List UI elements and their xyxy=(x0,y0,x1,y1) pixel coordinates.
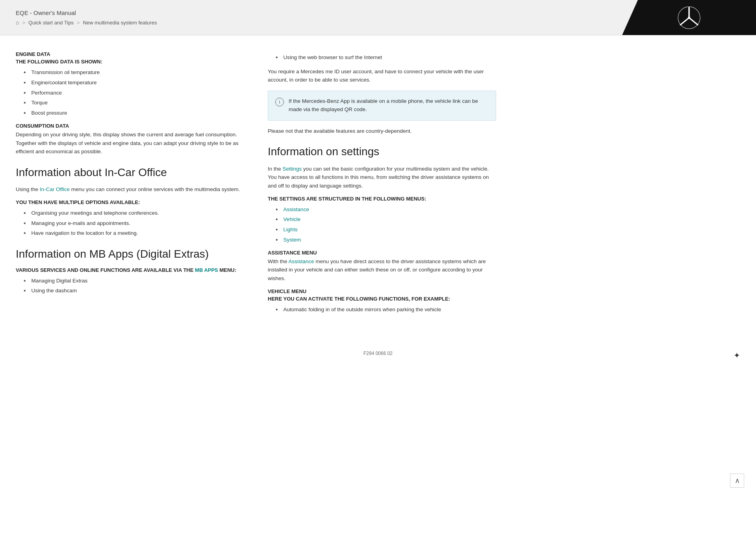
extra-bullet-list: Using the web browser to surf the Intern… xyxy=(268,54,496,62)
lights-link[interactable]: Lights xyxy=(284,226,298,234)
mb-apps-section: Information on MB Apps (Digital Extras) … xyxy=(16,247,244,295)
settings-menus-list: Assistance Vehicle Lights System xyxy=(268,206,496,244)
list-item: Automatic folding in of the outside mirr… xyxy=(268,306,496,314)
list-item: System xyxy=(268,236,496,244)
settings-section: Information on settings In the Settings … xyxy=(268,145,496,244)
country-note: Please not that the available features a… xyxy=(268,127,496,136)
breadcrumb-item-1[interactable]: Quick start and Tips xyxy=(28,20,74,26)
home-icon[interactable]: ⌂ xyxy=(16,19,19,26)
settings-menus-heading: THE SETTINGS ARE STRUCTURED IN THE FOLLO… xyxy=(268,196,496,202)
assistance-menu-para: With the Assistance menu you have direct… xyxy=(268,257,496,283)
scroll-up-icon: ∧ xyxy=(735,476,740,485)
assistance-menu-heading: ASSISTANCE MENU xyxy=(268,250,496,256)
settings-link[interactable]: Settings xyxy=(283,166,302,172)
list-item: Have navigation to the location for a me… xyxy=(16,229,244,238)
info-icon: i xyxy=(275,98,284,106)
vehicle-menu-list: Automatic folding in of the outside mirr… xyxy=(268,306,496,314)
list-item: Boost pressure xyxy=(16,109,244,117)
info-box-text: If the Mercedes-Benz App is available on… xyxy=(289,97,489,114)
consumption-data-para: Depending on your driving style, this di… xyxy=(16,130,244,156)
in-car-office-link[interactable]: In-Car Office xyxy=(40,186,70,192)
engine-data-section: ENGINE DATA THE FOLLOWING DATA IS SHOWN:… xyxy=(16,51,244,117)
manual-title: EQE - Owner's Manual xyxy=(16,9,606,16)
vehicle-menu-subheading: HERE YOU CAN ACTIVATE THE FOLLOWING FUNC… xyxy=(268,296,496,302)
consumption-data-section: CONSUMPTION DATA Depending on your drivi… xyxy=(16,123,244,156)
assistance-menu-link[interactable]: Assistance xyxy=(289,258,314,264)
header: EQE - Owner's Manual ⌂ > Quick start and… xyxy=(0,0,756,35)
breadcrumb-sep-1: > xyxy=(22,20,25,26)
mb-apps-list: Managing Digital Extras Using the dashca… xyxy=(16,277,244,295)
list-item: Using the dashcam xyxy=(16,287,244,295)
mercedes-me-para: You require a Mercedes me ID user accoun… xyxy=(268,67,496,84)
assistance-link[interactable]: Assistance xyxy=(284,206,309,214)
header-logo-area xyxy=(622,0,756,35)
list-item: Lights xyxy=(268,226,496,234)
engine-data-list: Transmission oil temperature Engine/cool… xyxy=(16,69,244,117)
options-heading: YOU THEN HAVE MULTIPLE OPTIONS AVAILABLE… xyxy=(16,199,244,205)
list-item: Organising your meetings and telephone c… xyxy=(16,209,244,217)
settings-title: Information on settings xyxy=(268,145,496,159)
system-link[interactable]: System xyxy=(284,236,301,244)
list-item: Using the web browser to surf the Intern… xyxy=(268,54,496,62)
list-item: Engine/coolant temperature xyxy=(16,79,244,87)
consumption-data-heading: CONSUMPTION DATA xyxy=(16,123,244,129)
list-item: Performance xyxy=(16,89,244,97)
list-item: Managing your e-mails and appointments. xyxy=(16,219,244,228)
butterfly-icon: ✦ xyxy=(734,351,740,360)
list-item: Managing Digital Extras xyxy=(16,277,244,285)
mercedes-star-logo xyxy=(677,6,701,30)
in-car-office-section: Information about In-Car Office Using th… xyxy=(16,165,244,238)
assistance-menu-section: ASSISTANCE MENU With the Assistance menu… xyxy=(268,250,496,283)
settings-para: In the Settings you can set the basic co… xyxy=(268,165,496,190)
vehicle-menu-section: VEHICLE MENU HERE YOU CAN ACTIVATE THE F… xyxy=(268,288,496,314)
services-heading: VARIOUS SERVICES AND ONLINE FUNCTIONS AR… xyxy=(16,267,244,273)
breadcrumb-item-2: New multimedia system features xyxy=(83,20,157,26)
svg-point-1 xyxy=(688,17,690,19)
right-column: Using the web browser to surf the Intern… xyxy=(268,51,496,319)
vehicle-link[interactable]: Vehicle xyxy=(284,215,301,223)
mb-apps-link[interactable]: MB APPS xyxy=(195,267,218,273)
list-item: Assistance xyxy=(268,206,496,214)
list-item: Torque xyxy=(16,99,244,107)
in-car-office-title: Information about In-Car Office xyxy=(16,165,244,180)
main-content: ENGINE DATA THE FOLLOWING DATA IS SHOWN:… xyxy=(0,35,756,343)
list-item: Transmission oil temperature xyxy=(16,69,244,77)
engine-data-subheading: THE FOLLOWING DATA IS SHOWN: xyxy=(16,59,244,65)
options-list: Organising your meetings and telephone c… xyxy=(16,209,244,238)
vehicle-menu-heading: VEHICLE MENU xyxy=(268,288,496,294)
in-car-office-para: Using the In-Car Office menu you can con… xyxy=(16,185,244,194)
breadcrumb: ⌂ > Quick start and Tips > New multimedi… xyxy=(16,19,606,26)
breadcrumb-sep-2: > xyxy=(77,20,80,26)
info-box: i If the Mercedes-Benz App is available … xyxy=(268,91,496,121)
left-column: ENGINE DATA THE FOLLOWING DATA IS SHOWN:… xyxy=(16,51,244,319)
scroll-up-button[interactable]: ∧ xyxy=(730,474,744,488)
engine-data-heading: ENGINE DATA xyxy=(16,51,244,57)
header-left: EQE - Owner's Manual ⌂ > Quick start and… xyxy=(0,0,622,35)
footer-code: F294 0066 02 xyxy=(363,351,393,356)
footer: F294 0066 02 ✦ xyxy=(0,343,756,368)
list-item: Vehicle xyxy=(268,215,496,224)
mb-apps-title: Information on MB Apps (Digital Extras) xyxy=(16,247,244,261)
